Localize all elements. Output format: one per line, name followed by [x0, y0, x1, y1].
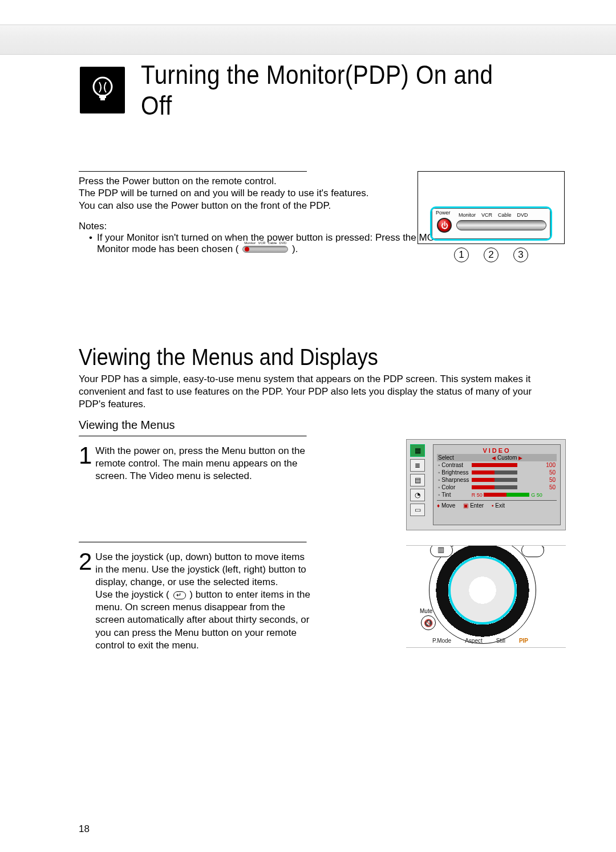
- divider: [79, 171, 307, 172]
- joystick-highlight: [448, 556, 517, 624]
- led-labels: Monitor VCR Cable DVD: [459, 212, 545, 218]
- device-frame: Power ⏻ Monitor VCR Cable DVD: [418, 171, 565, 244]
- osd-sidebar: ▦ ≣ ▤ ◔ ▭: [410, 444, 429, 525]
- osd-table: Select ◀ Custom ▶ ◦ Contrast100 ◦ Bright…: [437, 454, 557, 498]
- page-title: Turning the Monitor(PDP) On and Off: [141, 59, 518, 121]
- wheel-clip: Menu Source Mute 🔇 P.Mode Aspect Still P…: [406, 545, 566, 648]
- lightbulb-icon: [80, 67, 125, 113]
- menu-button-icon: [430, 545, 453, 557]
- figure-osd-menu: ▦ ≣ ▤ ◔ ▭ VIDEO Select ◀ Custom ▶ ◦ Cont…: [406, 439, 566, 530]
- led-bar: [456, 220, 546, 230]
- osd-panel: VIDEO Select ◀ Custom ▶ ◦ Contrast100 ◦ …: [433, 444, 561, 525]
- subheading: Viewing the Menus: [79, 419, 175, 432]
- note-text-tail: ).: [292, 244, 298, 254]
- time-tab-icon: ◔: [410, 489, 425, 501]
- step-text: Use the joystick (up, down) button to mo…: [95, 551, 313, 652]
- channel-tab-icon: ▤: [410, 474, 425, 486]
- mode-indicator-icon: Monitor VCR Cable DVD: [242, 246, 288, 253]
- power-button-icon: ⏻: [437, 218, 452, 233]
- divider: [79, 436, 307, 437]
- control-cluster: Power ⏻ Monitor VCR Cable DVD: [432, 208, 550, 239]
- wheel-bottom-labels: P.Mode Aspect Still PIP: [432, 638, 528, 644]
- top-strip: [0, 0, 616, 25]
- audio-tab-icon: ≣: [410, 459, 425, 472]
- callout-3: 3: [513, 248, 528, 262]
- step-text: With the power on, press the Menu button…: [95, 445, 313, 482]
- enter-icon: [173, 591, 186, 599]
- mute-label: Mute: [420, 608, 432, 614]
- section-intro: Your PDP has a simple, easy-to-use menu …: [79, 373, 559, 411]
- slider-bar: [472, 463, 517, 467]
- osd-header: VIDEO: [437, 447, 557, 454]
- slider-bar: [472, 485, 517, 489]
- source-button-icon: [521, 545, 544, 557]
- step-2: 2 Use the joystick (up, down) button to …: [79, 551, 313, 652]
- callouts: 1 2 3: [418, 248, 565, 262]
- mute-button-icon: 🔇: [421, 615, 436, 630]
- divider: [79, 542, 307, 543]
- step-number: 2: [79, 551, 92, 652]
- figure-power-panel: Power ⏻ Monitor VCR Cable DVD 1 2 3: [418, 171, 565, 262]
- slider-bar: [472, 470, 517, 474]
- figure-joystick-wheel: Menu Source Mute 🔇 P.Mode Aspect Still P…: [406, 545, 566, 648]
- power-label: Power: [436, 210, 451, 216]
- callout-2: 2: [484, 248, 499, 262]
- callout-1: 1: [454, 248, 469, 262]
- step-1: 1 With the power on, press the Menu butt…: [79, 445, 313, 482]
- section-heading: Viewing the Menus and Displays: [79, 344, 378, 370]
- svg-point-0: [94, 78, 112, 96]
- slider-bar: [472, 478, 517, 482]
- banner-strip: [0, 25, 616, 55]
- osd-footer: ♦ Move ▣ Enter ▪ Exit: [437, 500, 557, 509]
- function-tab-icon: ▭: [410, 504, 425, 516]
- step-number: 1: [79, 445, 92, 482]
- video-tab-icon: ▦: [410, 444, 425, 457]
- tint-bar: [484, 493, 529, 497]
- title-row: Turning the Monitor(PDP) On and Off: [80, 59, 570, 121]
- page-number: 18: [79, 823, 90, 835]
